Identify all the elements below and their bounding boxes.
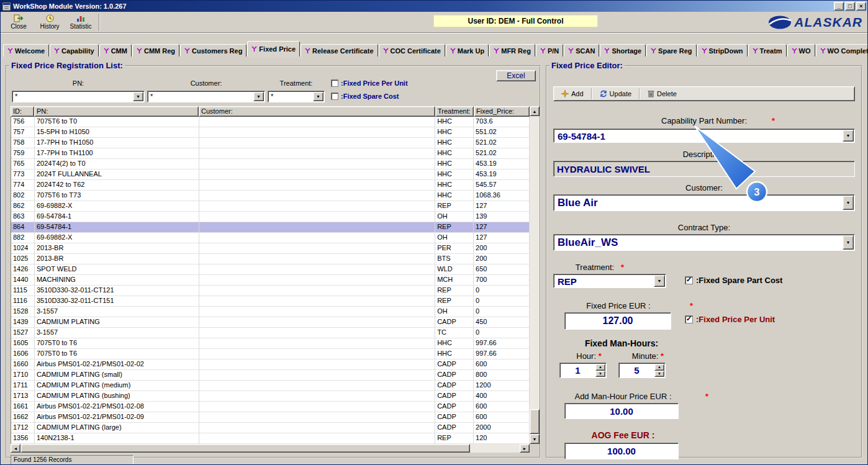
table-row[interactable]: 7732024T FULLANNEALHHC453.19 bbox=[11, 169, 530, 180]
table-row[interactable]: 7742024T42 to T62HHC545.57 bbox=[11, 180, 530, 191]
tab-fixed-price[interactable]: Fixed Price bbox=[247, 41, 300, 56]
tab-mfr-reg[interactable]: MFR Reg bbox=[489, 44, 535, 56]
tab-wo-completion[interactable]: WO Completion bbox=[816, 44, 868, 56]
add-man-hour-price-field[interactable]: 10.00 bbox=[564, 403, 679, 419]
table-row[interactable]: 1710CADMIUM PLATING (small)CADP800 bbox=[11, 370, 530, 381]
scroll-left-icon[interactable]: ◄ bbox=[11, 444, 20, 453]
history-button[interactable]: History bbox=[34, 13, 65, 32]
statistic-button[interactable]: Statistic bbox=[65, 13, 96, 32]
spin-up-icon[interactable]: ▲ bbox=[595, 364, 605, 371]
table-row[interactable]: 1662Airbus PMS01-02-21/PMS01-02-09CADP60… bbox=[11, 412, 530, 423]
chevron-down-icon[interactable]: ▼ bbox=[133, 92, 143, 101]
table-row[interactable]: 75917-7PH to TH1100HHC521.02 bbox=[11, 148, 530, 159]
table-row[interactable]: 88269-69882-XOH127 bbox=[11, 233, 530, 243]
aog-fee-field[interactable]: 100.00 bbox=[564, 443, 679, 459]
tab-coc-certificate[interactable]: COC Certificate bbox=[379, 44, 445, 56]
chevron-down-icon[interactable]: ▼ bbox=[843, 130, 854, 142]
scroll-right-icon[interactable]: ► bbox=[520, 444, 530, 453]
vertical-scrollbar[interactable]: ▲ ▼ bbox=[530, 106, 540, 444]
table-row[interactable]: 1712CADMIUM PLATING (large)CADP2000 bbox=[11, 423, 530, 433]
tab-p-n[interactable]: P/N bbox=[536, 44, 563, 56]
tab-capability[interactable]: Capability bbox=[50, 44, 99, 56]
contract-type-combobox[interactable]: BlueAir_WS ▼ bbox=[553, 234, 855, 251]
table-row[interactable]: 10252013-BRBTS200 bbox=[11, 254, 530, 264]
table-row[interactable]: 16057075T0 to T6HHC997.66 bbox=[11, 338, 530, 349]
checkbox-box[interactable] bbox=[685, 315, 693, 323]
tab-release-certificate[interactable]: Release Certificate bbox=[301, 44, 377, 56]
scrollbar-thumb[interactable] bbox=[20, 444, 470, 453]
add-button[interactable]: Add bbox=[558, 89, 587, 99]
column-header[interactable]: Treatment: bbox=[435, 106, 474, 117]
table-row[interactable]: 1661Airbus PMS01-02-21/PMS01-02-08CADP60… bbox=[11, 402, 530, 412]
table-row[interactable]: 86369-54784-1OH139 bbox=[11, 212, 530, 222]
chevron-down-icon[interactable]: ▼ bbox=[313, 92, 323, 101]
table-row[interactable]: 86469-54784-1REP127 bbox=[11, 222, 530, 233]
fixed-price-per-unit-checkbox[interactable]: :Fixed Price Per Unit bbox=[685, 315, 775, 324]
table-row[interactable]: 11163510D330-32-011-CT151REP0 bbox=[11, 296, 530, 307]
treatment-combobox[interactable]: REP ▼ bbox=[553, 274, 666, 288]
spin-down-icon[interactable]: ▼ bbox=[654, 371, 664, 377]
tab-treatm[interactable]: Treatm bbox=[748, 44, 787, 56]
fixed-spare-part-cost-checkbox[interactable]: :Fixed Spare Part Cost bbox=[685, 276, 782, 285]
table-row[interactable]: 1426SPOT WELDWLD650 bbox=[11, 264, 530, 275]
column-header[interactable]: ID: bbox=[11, 106, 34, 117]
table-row[interactable]: 16067075T0 to T6HHC997.66 bbox=[11, 349, 530, 359]
tab-wo[interactable]: WO bbox=[787, 44, 815, 56]
fixed-price-field[interactable]: 127.00 bbox=[564, 312, 671, 330]
table-row[interactable]: 15283-1557OH0 bbox=[11, 307, 530, 317]
tab-customers-reg[interactable]: Customers Reg bbox=[180, 44, 246, 56]
table-row[interactable]: 1660Airbus PMS01-02-21/PMS01-02-02CADP60… bbox=[11, 359, 530, 370]
horizontal-scrollbar[interactable]: ◄ ► bbox=[11, 444, 530, 453]
table-row[interactable]: 10242013-BRPER200 bbox=[11, 243, 530, 254]
customer-filter-combobox[interactable]: * ▼ bbox=[147, 91, 265, 102]
table-row[interactable]: 8027075T6 to T73HHC1068.36 bbox=[11, 191, 530, 201]
delete-button[interactable]: Delete bbox=[644, 89, 680, 99]
spin-up-icon[interactable]: ▲ bbox=[654, 364, 664, 371]
tab-cmm-reg[interactable]: CMM Reg bbox=[132, 44, 179, 56]
tab-mark-up[interactable]: Mark Up bbox=[446, 44, 489, 56]
tab-welcome[interactable]: Welcome bbox=[3, 44, 49, 56]
column-header[interactable]: Customer: bbox=[199, 106, 435, 117]
part-number-combobox[interactable]: 69-54784-1 ▼ bbox=[553, 129, 855, 143]
fixed-spare-cost-filter-checkbox[interactable]: :Fixed Spare Cost bbox=[331, 93, 399, 100]
tab-cmm[interactable]: CMM bbox=[99, 44, 132, 56]
excel-button[interactable]: Excel bbox=[496, 70, 536, 81]
minute-stepper[interactable]: 5 ▲▼ bbox=[618, 363, 666, 378]
scroll-up-icon[interactable]: ▲ bbox=[530, 106, 540, 116]
chevron-down-icon[interactable]: ▼ bbox=[843, 235, 854, 250]
chevron-down-icon[interactable]: ▼ bbox=[843, 196, 854, 210]
table-row[interactable]: 1356140N2138-1REP120 bbox=[11, 433, 530, 444]
spin-down-icon[interactable]: ▼ bbox=[595, 371, 605, 377]
table-row[interactable]: 1440MACHININGMCH700 bbox=[11, 275, 530, 286]
column-header[interactable]: Fixed_Price: bbox=[474, 106, 530, 117]
close-button[interactable]: Close bbox=[3, 13, 34, 32]
tab-shortage[interactable]: Shortage bbox=[600, 44, 646, 56]
chevron-down-icon[interactable]: ▼ bbox=[253, 92, 264, 101]
column-header[interactable]: PN: bbox=[34, 106, 199, 117]
tab-stripdown[interactable]: StripDown bbox=[697, 44, 748, 56]
treatment-filter-combobox[interactable]: * ▼ bbox=[268, 91, 325, 102]
table-row[interactable]: 15273-1557TC0 bbox=[11, 328, 530, 338]
table-row[interactable]: 86269-69882-XREP127 bbox=[11, 201, 530, 212]
maximize-button[interactable]: □ bbox=[845, 2, 855, 11]
table-row[interactable]: 1711CADMIUM PLATING (medium)CADP1200 bbox=[11, 381, 530, 391]
table-row[interactable]: 75715-5PH to H1050HHC551.02 bbox=[11, 127, 530, 138]
minimize-button[interactable]: _ bbox=[834, 2, 844, 11]
update-button[interactable]: Update bbox=[596, 89, 635, 99]
table-row[interactable]: 1439CADMIUM PLATINGCADP450 bbox=[11, 317, 530, 328]
chevron-down-icon[interactable]: ▼ bbox=[654, 275, 665, 287]
hour-stepper[interactable]: 1 ▲▼ bbox=[559, 363, 607, 378]
checkbox-box[interactable] bbox=[331, 79, 338, 87]
table-row[interactable]: 7567075T6 to T0HHC703.6 bbox=[11, 117, 530, 127]
fixed-price-per-unit-filter-checkbox[interactable]: :Fixed Price Per Unit bbox=[331, 79, 408, 87]
table-row[interactable]: 7652024T4(2) to T0HHC453.19 bbox=[11, 159, 530, 169]
tab-spare-reg[interactable]: Spare Reg bbox=[646, 44, 696, 56]
close-window-button[interactable]: × bbox=[856, 2, 866, 11]
tab-scan[interactable]: SCAN bbox=[564, 44, 599, 56]
checkbox-box[interactable] bbox=[331, 93, 338, 100]
scrollbar-thumb[interactable] bbox=[530, 409, 540, 434]
checkbox-box[interactable] bbox=[685, 276, 693, 284]
table-row[interactable]: 1713CADMIUM PLATING (bushing)CADP400 bbox=[11, 391, 530, 402]
table-row[interactable]: 11153510D330-32-011-CT121REP0 bbox=[11, 286, 530, 296]
pn-filter-combobox[interactable]: * ▼ bbox=[12, 91, 145, 102]
